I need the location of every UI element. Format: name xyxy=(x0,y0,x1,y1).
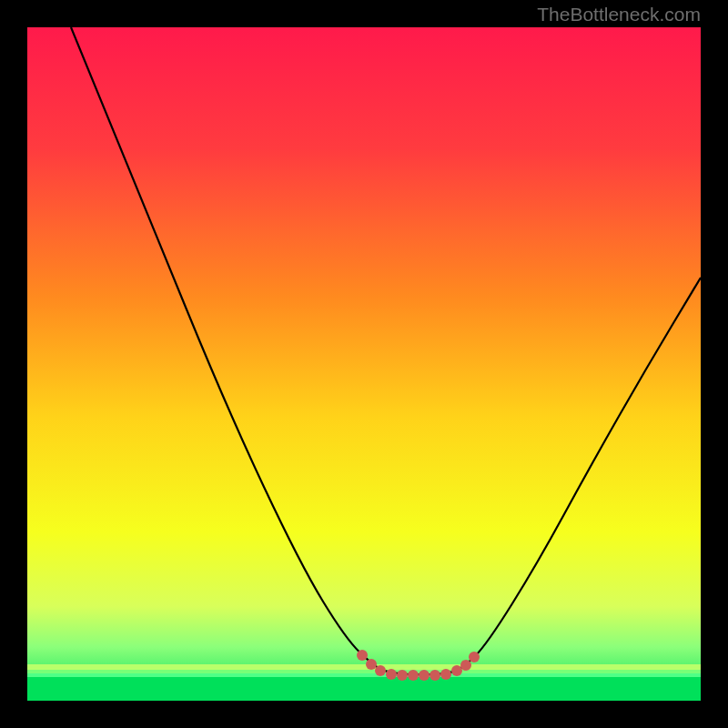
svg-point-7 xyxy=(375,665,386,676)
watermark-text: TheBottleneck.com xyxy=(537,4,701,25)
svg-point-11 xyxy=(419,670,430,681)
chart-stage: TheBottleneck.com xyxy=(0,0,728,728)
valley-dots xyxy=(357,650,480,681)
svg-point-14 xyxy=(451,665,462,676)
svg-point-10 xyxy=(408,670,419,681)
svg-point-13 xyxy=(440,669,451,680)
svg-point-6 xyxy=(366,659,377,670)
svg-point-9 xyxy=(397,670,408,681)
bottleneck-curve xyxy=(71,27,701,674)
curve-layer xyxy=(27,27,701,701)
svg-point-15 xyxy=(460,660,471,671)
svg-point-8 xyxy=(386,669,397,680)
svg-point-12 xyxy=(430,670,440,681)
plot-area xyxy=(27,27,701,701)
svg-point-5 xyxy=(357,650,368,661)
svg-point-16 xyxy=(469,652,480,662)
